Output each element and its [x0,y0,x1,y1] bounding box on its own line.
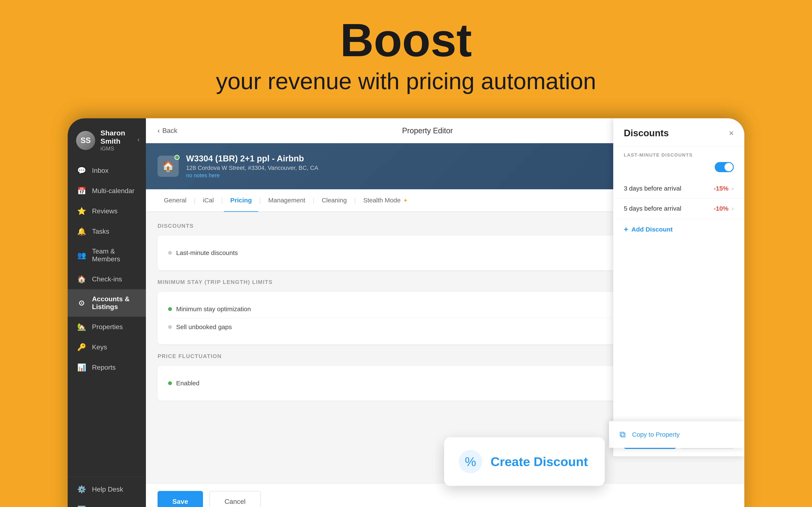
discounts-panel: Discounts × LAST-MINUTE DISCOUNTS ✓ 3 da… [613,118,744,456]
sidebar-item-multi-calendar[interactable]: 📅 Multi-calendar [68,181,146,201]
discount-5days-value: -10% [714,205,728,212]
copy-to-property-button[interactable]: Copy to Property [632,431,679,438]
sidebar-item-reviews[interactable]: ⭐ Reviews [68,201,146,221]
sidebar-item-check-ins[interactable]: 🏠 Check-ins [68,269,146,289]
team-icon: 👥 [77,251,86,260]
copy-to-property-section: ⧉ Copy to Property [609,421,744,448]
logout-icon: ↩️ [77,505,86,507]
bottom-actions: Save Cancel [146,483,744,507]
back-chevron-icon: ‹ [158,127,160,134]
sidebar-item-help-desk[interactable]: ⚙️ Help Desk [68,479,146,499]
tab-plus-icon: ✦ [403,197,408,204]
sidebar-item-keys[interactable]: 🔑 Keys [68,337,146,357]
discount-row-5days[interactable]: 5 days before arrival -10% › [613,199,744,219]
tab-stealth-mode[interactable]: Stealth Mode ✦ [357,189,414,212]
create-discount-icon: % [459,450,482,473]
tasks-icon: 🔔 [77,227,86,235]
close-panel-button[interactable]: × [729,129,734,137]
page-title: Property Editor [402,126,453,135]
minimum-stay-title: MINIMUM STAY (TRIP LENGTH) LIMITS [158,279,273,285]
add-discount-button[interactable]: + Add Discount [613,219,744,240]
sidebar-item-team-members[interactable]: 👥 Team & Members [68,241,146,269]
last-minute-dot [168,251,172,255]
discounts-section-title: DISCOUNTS [158,223,194,229]
property-address: 128 Cordova W Street, #3304, Vancouver, … [186,165,318,171]
sidebar-collapse-button[interactable]: ‹ [138,136,140,143]
user-role: iGMS [100,145,138,152]
enabled-dot [168,381,172,385]
sidebar: SS Sharon Smith iGMS ‹ 💬 Inbox 📅 Multi-c… [68,118,146,507]
properties-icon: 🏡 [77,323,86,331]
panel-section-label: LAST-MINUTE DISCOUNTS [613,146,744,162]
cancel-button[interactable]: Cancel [209,491,261,507]
tab-ical[interactable]: iCal [197,189,220,212]
save-button[interactable]: Save [158,491,203,507]
tab-general[interactable]: General [158,189,193,212]
main-content: ‹ Back Property Editor 🔔 📅 Calendar 🏠 W3… [146,118,744,507]
chevron-right-icon: › [732,185,734,192]
reviews-icon: ⭐ [77,207,86,215]
toggle-row: ✓ [613,162,744,178]
tab-cleaning[interactable]: Cleaning [315,189,353,212]
price-fluctuation-title: PRICE FLUCTUATION [158,353,222,359]
multi-calendar-icon: 📅 [77,186,86,195]
help-icon: ⚙️ [77,485,86,494]
discount-3days-value: -15% [714,185,728,192]
accounts-icon: ⊙ [77,299,86,307]
app-container: SS Sharon Smith iGMS ‹ 💬 Inbox 📅 Multi-c… [68,118,744,507]
user-name: Sharon Smith [100,129,138,145]
sidebar-item-tasks[interactable]: 🔔 Tasks [68,221,146,241]
plus-icon: + [624,225,628,234]
tab-management[interactable]: Management [262,189,312,212]
chevron-right-icon-2: › [732,205,734,212]
copy-icon: ⧉ [620,430,626,439]
discount-3days-label: 3 days before arrival [624,185,681,192]
property-icon: 🏠 [158,156,179,177]
sidebar-item-accounts-listings[interactable]: ⊙ Accounts & Listings [68,289,146,317]
property-name: W3304 (1BR) 2+1 ppl - Airbnb [186,154,318,163]
sidebar-item-properties[interactable]: 🏡 Properties [68,317,146,337]
user-profile: SS Sharon Smith iGMS ‹ [68,118,146,160]
tab-pricing[interactable]: Pricing [224,189,258,212]
discount-row-3days[interactable]: 3 days before arrival -15% › [613,178,744,199]
panel-title: Discounts [624,128,669,138]
sell-gaps-dot [168,325,172,329]
sidebar-item-logout[interactable]: ↩️ Logout [68,499,146,507]
hero-section: Boost your revenue with pricing automati… [0,0,812,107]
sidebar-item-reports[interactable]: 📊 Reports [68,357,146,378]
sidebar-item-inbox[interactable]: 💬 Inbox [68,160,146,181]
keys-icon: 🔑 [77,343,86,351]
checkins-icon: 🏠 [77,275,86,283]
property-notes: no notes here [186,172,318,179]
last-minute-toggle[interactable]: ✓ [715,162,734,172]
back-button[interactable]: ‹ Back [158,127,177,134]
create-discount-label: Create Discount [491,454,588,469]
reports-icon: 📊 [77,363,86,372]
hero-title: Boost [0,17,812,63]
avatar: SS [76,131,95,150]
discount-5days-label: 5 days before arrival [624,205,681,212]
create-discount-card[interactable]: % Create Discount [444,437,605,486]
inbox-icon: 💬 [77,166,86,175]
optimization-dot [168,307,172,311]
hero-subtitle: your revenue with pricing automation [0,68,812,95]
